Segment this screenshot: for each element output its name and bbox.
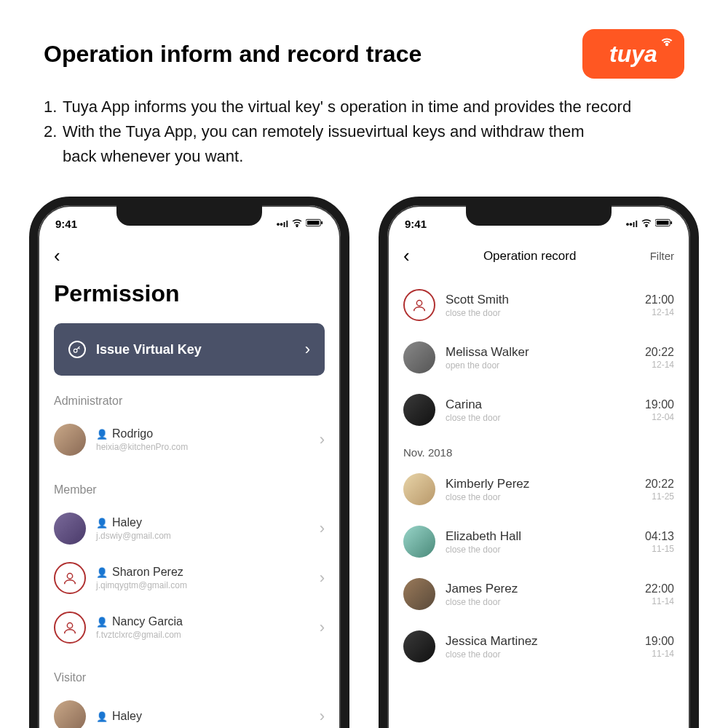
svg-rect-3 — [307, 221, 320, 225]
record-name: Scott Smith — [446, 293, 635, 307]
chevron-right-icon: › — [320, 430, 325, 449]
record-action: close the door — [446, 649, 635, 660]
status-time: 9:41 — [405, 218, 427, 230]
avatar — [403, 578, 435, 610]
user-row[interactable]: 👤Nancy Garcia f.tvztclxrc@gmail.com › — [54, 603, 325, 652]
record-date: 11-15 — [645, 544, 674, 554]
user-email: f.tvztclxrc@gmail.com — [96, 630, 309, 640]
person-icon: 👤 — [96, 567, 108, 578]
battery-icon — [306, 218, 323, 229]
svg-rect-10 — [657, 221, 669, 225]
page-title: Operation record — [483, 249, 577, 264]
wifi-icon — [660, 33, 674, 48]
record-time: 22:00 — [645, 582, 674, 596]
avatar — [403, 394, 435, 426]
back-button[interactable]: ‹ — [403, 245, 410, 267]
record-name: James Perez — [446, 582, 635, 596]
record-time: 19:00 — [645, 635, 674, 648]
phone-mockup-permission: 9:41 ••ıl ‹ Permission Issue Virtual Key… — [29, 197, 349, 728]
user-email: j.qimqygtm@gmail.com — [96, 580, 309, 590]
filter-button[interactable]: Filter — [650, 250, 674, 262]
record-name: Melissa Walker — [446, 345, 635, 360]
record-row[interactable]: Jessica Martinezclose the door 19:0011-1… — [403, 620, 674, 673]
phone-notch — [116, 205, 262, 226]
back-button[interactable]: ‹ — [54, 245, 60, 266]
user-row[interactable]: 👤Rodrigo heixia@kitchenPro.com › — [54, 415, 325, 464]
avatar — [54, 513, 86, 545]
record-action: open the door — [446, 360, 635, 371]
person-icon: 👤 — [96, 711, 108, 722]
user-name: Nancy Garcia — [112, 615, 183, 628]
record-name: Kimberly Perez — [446, 477, 635, 491]
record-time: 20:22 — [645, 346, 674, 359]
record-date: 12-14 — [645, 307, 674, 317]
chevron-right-icon: › — [320, 618, 325, 637]
record-row[interactable]: Kimberly Perezclose the door 20:2211-25 — [403, 463, 674, 515]
record-date: 11-25 — [645, 491, 674, 502]
avatar — [403, 630, 435, 662]
phone-notch — [466, 205, 612, 226]
record-name: Elizabeth Hall — [446, 529, 635, 544]
avatar — [54, 612, 86, 644]
tuya-logo: tuya — [582, 29, 684, 79]
user-name: Haley — [112, 516, 142, 529]
avatar — [54, 424, 86, 456]
signal-icon: ••ıl — [626, 218, 638, 229]
phone-mockup-records: 9:41 ••ıl ‹ Operation record Filter — [379, 197, 699, 728]
svg-rect-11 — [670, 221, 672, 224]
svg-point-0 — [666, 44, 668, 45]
issue-virtual-key-label: Issue Virtual Key — [96, 342, 202, 357]
user-email: j.dswiy@gmail.com — [96, 531, 309, 541]
record-row[interactable]: Carinaclose the door 19:0012-04 — [403, 384, 674, 436]
user-name: Rodrigo — [112, 427, 153, 440]
key-icon — [68, 341, 86, 358]
user-row[interactable]: 👤Haley › — [54, 692, 325, 728]
battery-icon — [655, 218, 673, 229]
record-name: Carina — [446, 397, 635, 412]
person-icon: 👤 — [96, 518, 108, 529]
avatar — [54, 562, 86, 594]
wifi-icon — [291, 218, 303, 229]
record-date: 12-04 — [645, 412, 674, 422]
svg-point-6 — [67, 574, 72, 579]
user-row[interactable]: 👤Sharon Perez j.qimqygtm@gmail.com › — [54, 553, 325, 603]
record-action: close the door — [446, 545, 635, 555]
record-action: close the door — [446, 413, 635, 423]
issue-virtual-key-button[interactable]: Issue Virtual Key › — [54, 323, 325, 376]
avatar — [403, 473, 435, 505]
record-row[interactable]: Elizabeth Hallclose the door 04:1311-15 — [403, 515, 674, 568]
record-date: 12-14 — [645, 360, 674, 370]
section-member: Member — [54, 483, 325, 496]
svg-point-7 — [67, 623, 72, 628]
tuya-logo-text: tuya — [609, 41, 657, 68]
avatar — [403, 526, 435, 558]
bullet-number: 1. — [44, 95, 63, 119]
chevron-right-icon: › — [305, 340, 310, 359]
user-row[interactable]: 👤Haley j.dswiy@gmail.com › — [54, 504, 325, 553]
bullet-text: back whenever you want. — [44, 144, 684, 169]
svg-point-8 — [646, 226, 647, 226]
user-email: heixia@kitchenPro.com — [96, 442, 309, 452]
record-row[interactable]: James Perezclose the door 22:0011-14 — [403, 568, 674, 620]
svg-point-1 — [296, 226, 298, 226]
month-header: Nov. 2018 — [403, 446, 674, 459]
record-row[interactable]: Melissa Walkeropen the door 20:2212-14 — [403, 331, 674, 384]
record-row[interactable]: Scott Smithclose the door 21:0012-14 — [403, 279, 674, 331]
svg-point-5 — [74, 349, 77, 352]
chevron-right-icon: › — [320, 569, 325, 587]
person-icon: 👤 — [96, 617, 108, 628]
page-heading: Operation inform and record trace — [44, 41, 422, 68]
chevron-right-icon: › — [320, 707, 325, 726]
record-time: 20:22 — [645, 478, 674, 491]
user-name: Haley — [112, 710, 142, 723]
wifi-icon — [641, 218, 652, 229]
chevron-right-icon: › — [320, 519, 325, 538]
svg-point-12 — [416, 301, 422, 306]
section-administrator: Administrator — [54, 395, 325, 408]
status-time: 9:41 — [55, 218, 77, 230]
person-icon: 👤 — [96, 429, 108, 440]
feature-bullets: 1.Tuya App informs you the virtual key' … — [44, 95, 684, 169]
bullet-text: With the Tuya App, you can remotely issu… — [63, 119, 585, 144]
bullet-number: 2. — [44, 119, 63, 144]
record-action: close the door — [446, 308, 635, 318]
